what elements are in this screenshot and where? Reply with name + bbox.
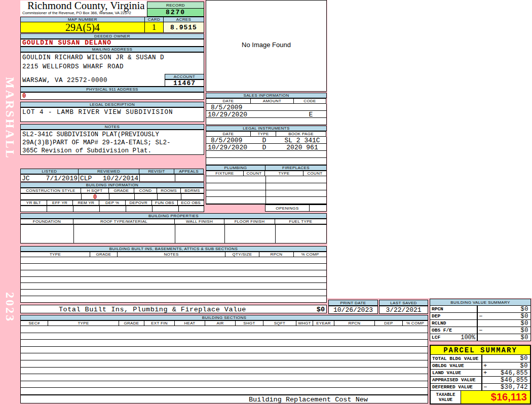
card-value: 1: [144, 22, 164, 33]
vs-lcf-pct: 100%: [461, 334, 475, 341]
ps-op: −: [483, 384, 489, 391]
plumbing-fireplaces-body: [206, 176, 327, 205]
building-sections-row-empty: [21, 326, 428, 333]
plumbing-fireplaces-header-row: FIXTURE COUNT TYPE COUNT: [206, 171, 327, 176]
col-dep: DEP: [374, 320, 403, 326]
notes-line-3: 365C Revision of Subdivision Plat.: [22, 147, 151, 154]
col-sqft: SQFT: [263, 320, 296, 326]
divider: [99, 206, 100, 212]
vs-amount: $0: [521, 306, 530, 313]
vs-label: DEP: [430, 313, 477, 319]
divider: [109, 194, 109, 199]
reviewed-by: CLP: [80, 175, 92, 182]
building-sections-row-empty: [21, 360, 428, 368]
vs-label: OBS F/E: [430, 327, 477, 334]
listed-by: JC: [22, 175, 30, 182]
col-sec: SEC#: [20, 320, 48, 326]
year-book-watermark: MARSHALL: [3, 77, 17, 159]
instrument-row: 8/5/2009 D SL 2 341C: [206, 137, 326, 144]
building-sections-body: [20, 326, 428, 395]
vs-op: −: [479, 327, 485, 334]
vs-amount: $0: [521, 334, 530, 341]
instrument-type: D: [251, 144, 277, 151]
taxable-label-line2: VALUE: [439, 397, 452, 402]
sales-information-title: SALES INFORMATION: [206, 93, 327, 98]
divider: [178, 206, 179, 212]
col-type: TYPE: [48, 320, 119, 326]
instrument-date: 10/29/2020: [208, 144, 247, 151]
review-value-row: JC 7/1/2019 CLP 10/2/2014: [20, 174, 204, 182]
col-roof-type: ROOF TYPE/MATERIAL: [73, 219, 175, 224]
review-col-listed: LISTED: [20, 169, 79, 174]
ps-op: +: [483, 362, 489, 370]
col-type: TYPE: [20, 252, 90, 257]
plumbing-row-empty: [206, 190, 326, 197]
instrument-row-empty: [206, 158, 326, 165]
divider: [275, 225, 276, 243]
divider: [126, 206, 126, 212]
account-label: ACCOUNT: [165, 74, 204, 79]
plumbing-row-empty: [206, 176, 326, 183]
building-sections-row-empty: [21, 374, 428, 381]
building-properties-body: [20, 224, 327, 244]
parcel-summary-row: OBLDG VALUE +$0: [431, 362, 530, 369]
ps-amount: $46,855: [501, 377, 530, 384]
building-sections-row-empty: [21, 388, 428, 394]
notes-line-1: SL2-341C SUBDIVISION PLAT(PREVIOUSLY: [22, 131, 159, 138]
divider: [181, 194, 181, 199]
last-saved-label: LAST SAVED: [379, 300, 428, 306]
divider: [175, 225, 175, 243]
record-value: 8270: [147, 8, 204, 17]
col-yr-blt: YR BLT: [20, 200, 47, 206]
col-wall-finish: WALL FINISH: [174, 219, 224, 224]
value-summary-row: LCF 100% $0: [430, 334, 530, 341]
col-shgt: SHGT: [235, 320, 263, 326]
notes-block: SL2-341C SUBDIVISION PLAT(PREVIOUSLY 29A…: [20, 130, 204, 155]
deeded-owner-label: DEEDED OWNER: [20, 33, 204, 39]
col-air: AIR: [205, 320, 236, 326]
notes-line-2: 29A(3)B)PART OF MAP# 29-12A-ETALS; SL2-: [22, 139, 171, 146]
taxable-value-row: TAXABLE VALUE $16,113: [431, 390, 530, 403]
value-summary-row: RCLND $0: [430, 319, 530, 327]
plumbing-title: PLUMBING: [206, 165, 265, 171]
col-notes: NOTES: [117, 252, 225, 257]
instrument-bookpage: 2020 961: [277, 144, 327, 151]
last-saved-value: 3/22/2021: [379, 306, 428, 314]
col-rpcn: RPCN: [259, 252, 294, 257]
sales-row: 10/29/2020 E: [206, 111, 326, 118]
parcel-summary: PARCEL SUMMARY TOTAL BLDG VALUE $0 OBLDG…: [430, 345, 531, 404]
sales-col-amount: AMOUNT: [250, 98, 294, 104]
legal-description-label: LEGAL DESCRIPTION: [20, 102, 204, 107]
col-bdrms: BDRMS: [180, 188, 204, 193]
ps-label: TOTAL BLDG VALUE: [431, 355, 481, 362]
taxable-value: $16,113: [461, 391, 530, 403]
building-info-value-row2: [20, 206, 204, 212]
instrument-row-empty: [206, 151, 326, 158]
built-ins-total-label: Total Built Ins, Plumbing & Fireplace Va…: [59, 306, 246, 313]
parcel-summary-row: DEFERRED VALUE −$30,742: [431, 383, 530, 390]
vs-amount: $0: [521, 313, 530, 320]
ps-amount: $46,855: [501, 370, 530, 377]
col-heat: HEAT: [174, 320, 205, 326]
physical-911-label: PHYSICAL 911 ADDRESS: [20, 87, 204, 92]
review-col-reviewed: REVIEWED: [78, 169, 139, 174]
building-sections-row-empty: [21, 353, 428, 360]
building-sections-row-empty: [21, 340, 428, 347]
sale-code: E: [294, 111, 327, 118]
building-sections-row-empty: [21, 381, 428, 388]
fireplaces-col-type: TYPE: [264, 171, 303, 176]
built-ins-total-value: $0: [303, 306, 325, 313]
image-panel: No Image Found: [206, 0, 327, 92]
instrument-row: 10/29/2020 D 2020 961: [206, 144, 326, 151]
building-value-summary-title: BUILDING VALUE SUMMARY: [430, 299, 530, 305]
page-background: [327, 0, 532, 298]
col-grade: GRADE: [90, 252, 118, 257]
vs-amount: $0: [521, 327, 530, 334]
mailing-address-label: MAILING ADDRESS: [20, 47, 204, 52]
instrument-date: 8/5/2009: [211, 137, 242, 144]
ps-label: DEFERRED VALUE: [431, 384, 481, 390]
built-ins-row-empty: [21, 283, 326, 290]
building-sections-row-empty: [21, 368, 428, 375]
col-fuel-type: FUEL TYPE: [275, 219, 327, 224]
sales-col-code: CODE: [293, 98, 326, 104]
